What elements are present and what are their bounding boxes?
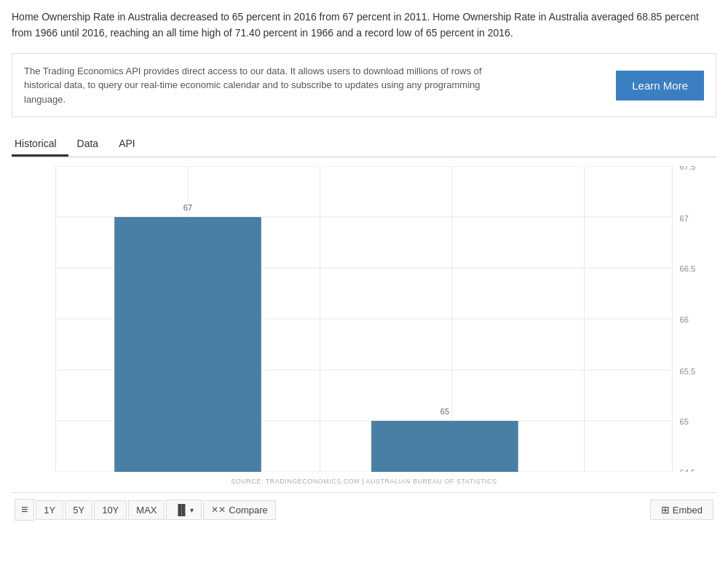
y-label-65: 65: [680, 417, 689, 426]
tabs-container: Historical Data API: [12, 132, 716, 157]
bar-2016: [371, 421, 518, 472]
y-label-67.5: 67.5: [680, 166, 696, 171]
embed-button[interactable]: ⊞ Embed: [650, 500, 713, 520]
learn-more-button[interactable]: Learn More: [616, 71, 704, 100]
filter-button[interactable]: ≡: [15, 499, 34, 521]
y-label-64.5: 64.5: [680, 468, 696, 472]
btn-1y[interactable]: 1Y: [36, 500, 63, 520]
bar-2011: [114, 217, 261, 472]
y-label-65.5: 65.5: [680, 367, 696, 376]
tab-data[interactable]: Data: [74, 132, 111, 157]
tab-api[interactable]: API: [116, 132, 147, 157]
bar-label-2016: 65: [440, 407, 449, 416]
btn-10y[interactable]: 10Y: [94, 500, 127, 520]
y-label-67: 67: [680, 214, 689, 223]
bar-label-2011: 67: [183, 203, 192, 212]
api-banner: The Trading Economics API provides direc…: [12, 53, 716, 118]
source-text: SOURCE: TRADINGECONOMICS.COM | AUSTRALIA…: [12, 478, 716, 485]
api-banner-text: The Trading Economics API provides direc…: [24, 64, 519, 107]
description-text: Home Ownership Rate in Australia decreas…: [12, 9, 716, 42]
chart-type-button[interactable]: ▐▌ ▾: [166, 500, 202, 520]
bar-chart: 67 65 67.5 67 66.5 66 65.5 65 64.5 2007 …: [12, 166, 716, 472]
compare-button[interactable]: ✕✕ Compare: [203, 500, 275, 520]
tab-historical[interactable]: Historical: [12, 132, 68, 157]
y-label-66.5: 66.5: [680, 264, 696, 273]
chart-area: 67 65 67.5 67 66.5 66 65.5 65 64.5 2007 …: [12, 166, 716, 472]
btn-max[interactable]: MAX: [128, 500, 165, 520]
main-container: Home Ownership Rate in Australia decreas…: [0, 0, 728, 535]
toolbar: ≡ 1Y 5Y 10Y MAX ▐▌ ▾ ✕✕ Compare ⊞ Embed: [12, 492, 716, 526]
y-label-66: 66: [680, 315, 689, 324]
btn-5y[interactable]: 5Y: [65, 500, 92, 520]
